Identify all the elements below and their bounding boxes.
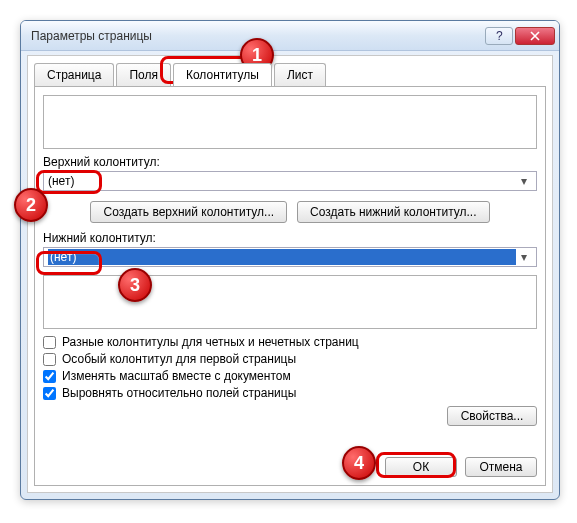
create-footer-button[interactable]: Создать нижний колонтитул... — [297, 201, 489, 223]
checkbox-scale-with-doc[interactable] — [43, 370, 56, 383]
client-area: Страница Поля Колонтитулы Лист Верхний к… — [27, 55, 553, 493]
window-title: Параметры страницы — [31, 29, 483, 43]
checkbox-diff-first[interactable] — [43, 353, 56, 366]
cancel-button[interactable]: Отмена — [465, 457, 537, 477]
footer-preview — [43, 275, 537, 329]
ok-button[interactable]: ОК — [385, 457, 457, 477]
svg-text:?: ? — [496, 31, 503, 41]
cancel-label: Отмена — [479, 460, 522, 474]
header-select[interactable]: (нет) ▾ — [43, 171, 537, 191]
tab-page[interactable]: Страница — [34, 63, 114, 86]
footer-select-value: (нет) — [48, 249, 516, 265]
ok-label: ОК — [413, 460, 429, 474]
check-label: Выровнять относительно полей страницы — [62, 386, 296, 400]
tab-headers[interactable]: Колонтитулы — [173, 63, 272, 86]
create-header-label: Создать верхний колонтитул... — [103, 205, 274, 219]
check-label: Разные колонтитулы для четных и нечетных… — [62, 335, 359, 349]
footer-select[interactable]: (нет) ▾ — [43, 247, 537, 267]
tab-margins[interactable]: Поля — [116, 63, 171, 86]
close-button[interactable] — [515, 27, 555, 45]
properties-button[interactable]: Свойства... — [447, 406, 537, 426]
page-setup-dialog: Параметры страницы ? Страница Поля Колон… — [20, 20, 560, 500]
tab-sheet[interactable]: Лист — [274, 63, 326, 86]
check-diff-odd-even[interactable]: Разные колонтитулы для четных и нечетных… — [43, 335, 537, 349]
properties-label: Свойства... — [461, 409, 524, 423]
options-group: Разные колонтитулы для четных и нечетных… — [43, 335, 537, 400]
chevron-down-icon: ▾ — [516, 174, 532, 188]
create-footer-label: Создать нижний колонтитул... — [310, 205, 476, 219]
create-buttons-row: Создать верхний колонтитул... Создать ни… — [43, 201, 537, 223]
titlebar: Параметры страницы ? — [21, 21, 559, 51]
check-scale-with-doc[interactable]: Изменять масштаб вместе с документом — [43, 369, 537, 383]
check-label: Особый колонтитул для первой страницы — [62, 352, 296, 366]
checkbox-align-margins[interactable] — [43, 387, 56, 400]
chevron-down-icon: ▾ — [516, 250, 532, 264]
footer-label: Нижний колонтитул: — [43, 231, 537, 245]
header-select-value: (нет) — [48, 174, 516, 188]
header-preview — [43, 95, 537, 149]
check-diff-first[interactable]: Особый колонтитул для первой страницы — [43, 352, 537, 366]
checkbox-diff-odd-even[interactable] — [43, 336, 56, 349]
check-label: Изменять масштаб вместе с документом — [62, 369, 291, 383]
dialog-footer: ОК Отмена — [385, 457, 537, 477]
tab-panel-headers: Верхний колонтитул: (нет) ▾ Создать верх… — [34, 86, 546, 486]
help-icon: ? — [494, 31, 504, 41]
header-label: Верхний колонтитул: — [43, 155, 537, 169]
create-header-button[interactable]: Создать верхний колонтитул... — [90, 201, 287, 223]
help-button[interactable]: ? — [485, 27, 513, 45]
close-icon — [530, 31, 540, 41]
check-align-margins[interactable]: Выровнять относительно полей страницы — [43, 386, 537, 400]
tab-strip: Страница Поля Колонтитулы Лист — [28, 56, 552, 85]
